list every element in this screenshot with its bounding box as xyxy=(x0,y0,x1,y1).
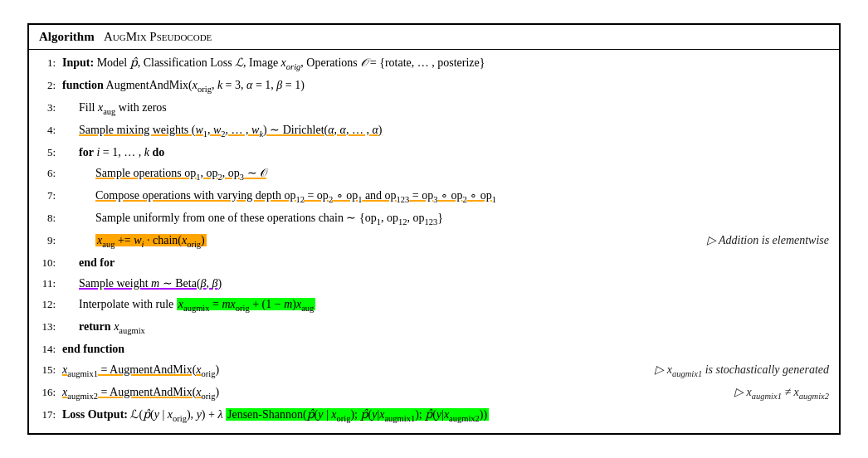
xaug-update-highlight: xaug += wi · chain(xorig) xyxy=(95,234,207,246)
line-3: 3: Fill xaug with zeros xyxy=(39,98,829,120)
line-content-17: Loss Output: ℒ(p̂(y | xorig), y) + λ Jen… xyxy=(62,406,829,426)
line-num-8: 8: xyxy=(39,210,62,227)
line-content-12: Interpolate with rule xaugmix = mxorig +… xyxy=(62,295,829,315)
line-num-12: 12: xyxy=(39,296,62,313)
line-num-14: 14: xyxy=(39,341,62,358)
line-15: 15: xaugmix1 = AugmentAndMix(xorig) xaug… xyxy=(39,359,829,382)
line-num-16: 16: xyxy=(39,384,62,401)
line-num-7: 7: xyxy=(39,188,62,204)
keyword-for: for xyxy=(79,146,94,158)
interpolate-highlight: xaugmix = mxorig + (1 − m)xaug xyxy=(177,298,316,310)
line-6: 6: Sample operations op1, op2, op3 ∼ 𝒪 xyxy=(39,163,829,186)
xaugmix1-highlight: xaugmix1 = AugmentAndMix(xorig) xyxy=(62,363,219,376)
line-9: 9: xaug += wi · chain(xorig) Addition is… xyxy=(39,231,829,253)
line-content-9: xaug += wi · chain(xorig) Addition is el… xyxy=(62,231,829,251)
line-num-3: 3: xyxy=(39,100,62,116)
line-num-5: 5: xyxy=(39,144,62,161)
line-num-2: 2: xyxy=(39,77,62,94)
algorithm-header: Algorithm AugMix Pseudocode xyxy=(29,25,839,50)
line-num-13: 13: xyxy=(39,319,62,335)
neq-comment: xaugmix1 ≠ xaugmix2 xyxy=(734,383,829,403)
jensen-shannon-highlight: Jensen-Shannon(p̂(y | xorig); p̂(y|xaugm… xyxy=(226,408,489,421)
line-2: 2: function AugmentAndMix(xorig, k = 3, … xyxy=(39,76,829,98)
line-num-6: 6: xyxy=(39,165,62,182)
line-content-5: for i = 1, … , k do xyxy=(62,144,829,162)
line-1: 1: Input: Model p̂, Classification Loss … xyxy=(39,53,829,76)
xaugmix2-highlight: xaugmix2 = AugmentAndMix(xorig) xyxy=(62,386,219,398)
keyword-return: return xyxy=(79,320,111,333)
line-5: 5: for i = 1, … , k do xyxy=(39,143,829,163)
line-num-9: 9: xyxy=(39,232,62,249)
addition-comment: Addition is elementwise xyxy=(707,231,829,250)
compose-ops-highlight: Compose operations with varying depth op… xyxy=(95,189,496,202)
line-content-11: Sample weight m ∼ Beta(β, β) xyxy=(62,275,829,293)
line-content-4: Sample mixing weights (w1, w2, … , wk) ∼… xyxy=(62,121,829,141)
line-12: 12: Interpolate with rule xaugmix = mxor… xyxy=(39,294,829,316)
sample-weight-highlight: Sample weight m ∼ Beta(β, β) xyxy=(79,277,222,290)
line-content-13: return xaugmix xyxy=(62,318,829,338)
line-8: 8: Sample uniformly from one of these op… xyxy=(39,208,829,231)
line-4: 4: Sample mixing weights (w1, w2, … , wk… xyxy=(39,120,829,143)
line-content-16: xaugmix2 = AugmentAndMix(xorig) xaugmix1… xyxy=(62,383,829,403)
math-p-hat: p̂ xyxy=(130,56,138,69)
line-num-1: 1: xyxy=(39,55,62,71)
line-content-6: Sample operations op1, op2, op3 ∼ 𝒪 xyxy=(62,164,829,184)
math-loss: ℒ xyxy=(235,56,243,69)
keyword-end-function: end function xyxy=(62,343,124,355)
algorithm-label: Algorithm xyxy=(39,30,95,43)
line-content-3: Fill xaug with zeros xyxy=(62,99,829,119)
line-content-7: Compose operations with varying depth op… xyxy=(62,187,829,207)
keyword-end-for: end for xyxy=(79,256,115,269)
line-num-10: 10: xyxy=(39,255,62,271)
line-num-4: 4: xyxy=(39,122,62,139)
stochastic-comment: xaugmix1 is stochastically generated xyxy=(655,361,829,381)
line-num-15: 15: xyxy=(39,362,62,378)
math-xorig: xorig xyxy=(281,56,301,69)
line-17: 17: Loss Output: ℒ(p̂(y | xorig), y) + λ… xyxy=(39,404,829,426)
line-num-17: 17: xyxy=(39,407,62,423)
line-content-15: xaugmix1 = AugmentAndMix(xorig) xaugmix1… xyxy=(62,361,829,381)
line-10: 10: end for xyxy=(39,253,829,274)
algorithm-box: Algorithm AugMix Pseudocode 1: Input: Mo… xyxy=(27,23,841,436)
line-content-2: function AugmentAndMix(xorig, k = 3, α =… xyxy=(62,76,829,96)
math-ops: 𝒪 xyxy=(360,56,367,69)
line-7: 7: Compose operations with varying depth… xyxy=(39,186,829,208)
line-13: 13: return xaugmix xyxy=(39,316,829,339)
line-content-1: Input: Model p̂, Classification Loss ℒ, … xyxy=(62,54,829,74)
sample-mixing-highlight: Sample mixing weights (w1, w2, … , wk) ∼… xyxy=(79,124,382,136)
keyword-loss: Loss Output: xyxy=(62,408,128,421)
algorithm-body: 1: Input: Model p̂, Classification Loss … xyxy=(29,50,839,434)
line-14: 14: end function xyxy=(39,339,829,359)
line-16: 16: xaugmix2 = AugmentAndMix(xorig) xaug… xyxy=(39,382,829,404)
line-content-14: end function xyxy=(62,340,829,358)
keyword-do: do xyxy=(152,146,164,158)
keyword-function: function xyxy=(62,79,104,91)
algorithm-title: AugMix Pseudocode xyxy=(104,30,212,43)
keyword-input: Input: xyxy=(62,56,94,69)
line-content-10: end for xyxy=(62,254,829,272)
line-num-11: 11: xyxy=(39,275,62,292)
sample-ops-highlight: Sample operations op1, op2, op3 ∼ 𝒪 xyxy=(95,167,266,179)
line-content-8: Sample uniformly from one of these opera… xyxy=(62,209,829,229)
line-11: 11: Sample weight m ∼ Beta(β, β) xyxy=(39,274,829,295)
